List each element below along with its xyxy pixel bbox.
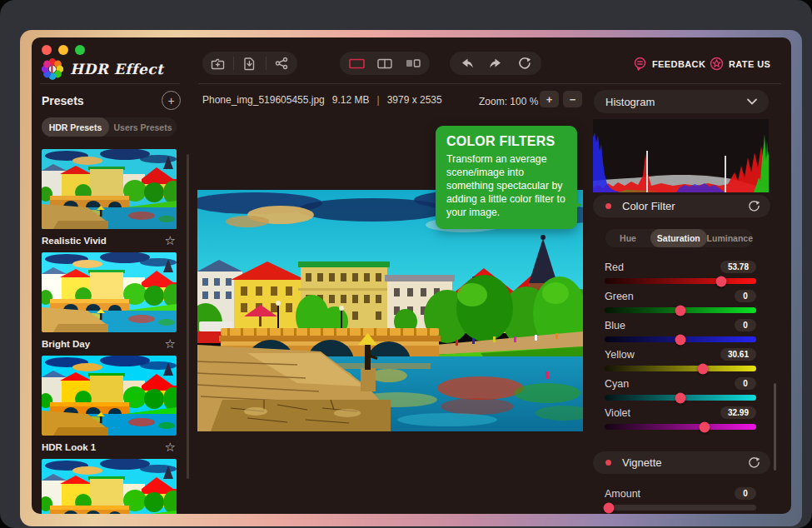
export-icon: [243, 57, 256, 71]
view-mode-group: [340, 52, 430, 75]
slider-row: Red 53.78: [605, 261, 756, 290]
desktop-background: HDR Effect: [0, 0, 812, 528]
preset-item[interactable]: Bright Day ☆: [42, 252, 177, 356]
slider-thumb[interactable]: [698, 363, 709, 374]
panel-scrollbar[interactable]: [774, 383, 776, 471]
toolbar-separator: [266, 57, 267, 70]
reset-icon: [748, 200, 760, 212]
tab-saturation[interactable]: Saturation: [650, 229, 707, 247]
export-image-button[interactable]: [238, 52, 262, 75]
slider-track[interactable]: [605, 424, 756, 430]
rate-us-button[interactable]: RATE US: [710, 57, 770, 71]
open-image-button[interactable]: [207, 52, 230, 75]
preset-name: HDR Look 1: [42, 442, 96, 452]
preset-meta: Bright Day ☆: [42, 332, 177, 356]
preset-meta: Realistic Vivid ☆: [42, 229, 177, 252]
preset-thumbnail[interactable]: [42, 356, 177, 436]
redo-icon: [489, 57, 503, 69]
slider-label: Cyan: [605, 378, 629, 390]
preset-item[interactable]: Realistic Vivid ☆: [42, 149, 177, 252]
tab-hdr-presets[interactable]: HDR Presets: [42, 117, 109, 137]
slider-track[interactable]: [605, 505, 756, 511]
share-button[interactable]: [270, 52, 293, 75]
histogram-header[interactable]: Histogram: [594, 90, 769, 113]
histogram-chart: [593, 119, 769, 192]
preset-item[interactable]: [42, 459, 177, 514]
slider-track[interactable]: [605, 366, 756, 371]
slider-thumb[interactable]: [675, 334, 686, 345]
tooltip-title: COLOR FILTERS: [446, 134, 566, 149]
close-window-button[interactable]: [42, 45, 52, 55]
color-filter-sliders: Red 53.78 Green 0 Blue 0 Yellow 30.61 Cy…: [605, 261, 756, 436]
feedback-button[interactable]: FEEDBACK: [633, 57, 705, 71]
color-filters-tooltip: COLOR FILTERS Transform an average scene…: [436, 126, 577, 229]
view-split-button[interactable]: [373, 52, 396, 75]
presets-title: Presets: [42, 94, 84, 107]
view-single-button[interactable]: [345, 52, 368, 75]
app-window: HDR Effect: [32, 37, 791, 514]
view-split-icon: [377, 58, 392, 69]
enabled-dot-icon: [605, 460, 611, 466]
slider-thumb[interactable]: [700, 421, 710, 432]
preset-thumbnail[interactable]: [42, 149, 177, 229]
reset-all-button[interactable]: [513, 52, 536, 75]
slider-value-badge: 30.61: [720, 348, 756, 361]
feedback-bubble-icon: [633, 57, 647, 71]
file-dimensions: 3979 x 2535: [387, 94, 442, 106]
vignette-sliders: Amount 0: [605, 487, 756, 514]
reset-icon: [518, 57, 531, 70]
favorite-star-icon[interactable]: ☆: [165, 440, 176, 455]
zoom-window-button[interactable]: [75, 45, 85, 55]
favorite-star-icon[interactable]: ☆: [165, 233, 176, 248]
vignette-reset-button[interactable]: [748, 456, 760, 469]
color-filter-reset-button[interactable]: [748, 200, 760, 212]
sidebar-scrollbar[interactable]: [187, 154, 189, 479]
slider-value-badge: 32.99: [720, 406, 756, 419]
view-single-icon: [349, 58, 365, 69]
color-filter-header[interactable]: Color Filter: [593, 195, 770, 217]
enabled-dot-icon: [605, 203, 611, 209]
window-controls: [42, 45, 85, 55]
slider-track[interactable]: [605, 278, 756, 284]
tab-luminance[interactable]: Luminance: [707, 229, 753, 247]
preset-list: Realistic Vivid ☆ Bright Day ☆ HDR Look …: [42, 149, 177, 514]
slider-row: Blue 0: [605, 319, 756, 348]
color-filter-title: Color Filter: [622, 200, 675, 212]
slider-thumb[interactable]: [716, 276, 727, 286]
zoom-out-button[interactable]: −: [563, 91, 582, 107]
view-compare-icon: [406, 58, 421, 68]
favorite-star-icon[interactable]: ☆: [165, 336, 176, 351]
slider-thumb[interactable]: [675, 305, 686, 316]
preset-thumbnail[interactable]: [42, 252, 177, 332]
view-compare-button[interactable]: [401, 52, 425, 75]
preset-thumbnail[interactable]: [42, 459, 177, 514]
chevron-down-icon: [747, 98, 757, 105]
file-name: Phone_img_519605455.jpg: [202, 94, 325, 106]
undo-icon: [460, 57, 474, 69]
history-group: [450, 52, 541, 75]
add-preset-button[interactable]: +: [162, 91, 181, 110]
tab-hue[interactable]: Hue: [605, 229, 650, 247]
toolbar-divider: [198, 83, 781, 84]
share-icon: [275, 57, 288, 70]
redo-button[interactable]: [484, 52, 507, 75]
folder-plus-icon: [211, 57, 225, 70]
undo-button[interactable]: [456, 52, 479, 75]
sidebar-header-divider: [40, 83, 180, 84]
slider-label: Amount: [605, 488, 640, 500]
slider-value-badge: 0: [735, 487, 756, 500]
preset-item[interactable]: HDR Look 1 ☆: [42, 356, 177, 459]
feedback-label: FEEDBACK: [652, 59, 705, 69]
color-filter-tabs: Hue Saturation Luminance: [605, 229, 753, 247]
tab-users-presets[interactable]: Users Presets: [109, 117, 177, 137]
vignette-header[interactable]: Vignette: [593, 451, 770, 474]
zoom-in-button[interactable]: +: [540, 91, 559, 107]
slider-row: Cyan 0: [605, 377, 756, 406]
slider-thumb[interactable]: [675, 392, 686, 403]
slider-thumb[interactable]: [604, 502, 615, 513]
app-logo: HDR Effect: [42, 58, 163, 80]
slider-value-badge: 0: [735, 377, 756, 390]
zoom-level-label: Zoom: 100 %: [479, 96, 538, 107]
slider-value-badge: 0: [735, 319, 756, 331]
minimize-window-button[interactable]: [58, 45, 68, 55]
